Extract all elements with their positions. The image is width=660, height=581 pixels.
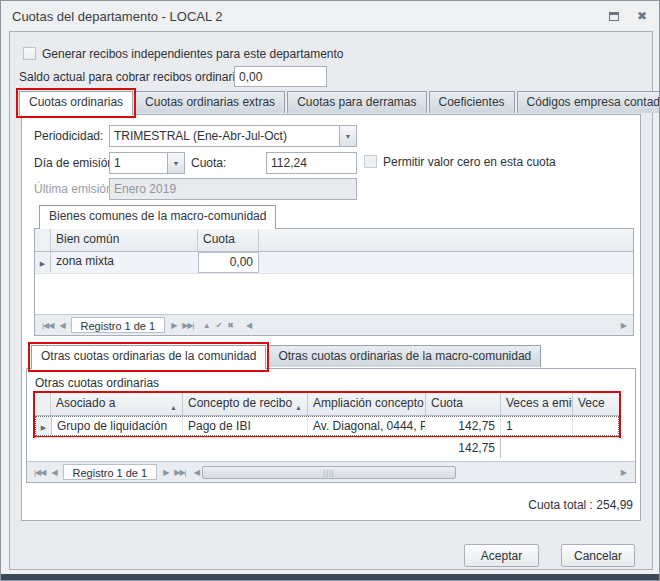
- scroll-left-icon[interactable]: ◀: [194, 468, 199, 477]
- nav-last-icon[interactable]: ▶▶|: [182, 321, 193, 330]
- row-indicator-header: [35, 393, 51, 415]
- bienes-comunes-panel: Bien común Cuota ▶ zona mixta 0,00 |◀◀ ◀…: [34, 228, 634, 336]
- scroll-right-icon[interactable]: ▶: [621, 468, 626, 477]
- bienes-comunes-tab-strip: Bienes comunes de la macro-comunidad: [39, 205, 278, 229]
- sort-asc-icon: ▲: [170, 400, 177, 415]
- column-header-label: Concepto de recibo: [188, 396, 292, 411]
- tab-cuotas-para-derramas[interactable]: Cuotas para derramas: [287, 91, 426, 113]
- otras-cuotas-section-label: Otras cuotas ordinarias: [35, 376, 159, 391]
- column-header-label: Veces a emitir: [506, 396, 573, 411]
- nav-first-icon[interactable]: |◀◀: [34, 468, 45, 477]
- restore-icon: [609, 12, 619, 21]
- column-header-cuota[interactable]: Cuota: [198, 229, 259, 251]
- main-tab-strip: Cuotas ordinarias Cuotas ordinarias extr…: [19, 91, 660, 115]
- tab-codigos-empresa-contadora[interactable]: Códigos empresa contadora: [517, 91, 660, 113]
- close-icon: ✖: [637, 9, 647, 23]
- row-marker-icon: ▶: [35, 252, 51, 272]
- scrollbar-thumb[interactable]: ||||: [202, 466, 456, 479]
- nav-edit-icon[interactable]: ▲: [203, 321, 210, 330]
- grip-icon: ||||: [323, 469, 334, 476]
- column-header-veces-clipped[interactable]: Vece: [573, 393, 619, 415]
- cancel-button[interactable]: Cancelar: [561, 544, 635, 567]
- generate-independent-checkbox[interactable]: [23, 47, 36, 60]
- record-position-label: Registro 1 de 1: [63, 464, 158, 480]
- title-bar: Cuotas del departamento - LOCAL 2 ✖: [1, 1, 660, 31]
- column-header-asociado-a[interactable]: Asociado a ▲: [51, 393, 183, 415]
- nav-first-icon[interactable]: |◀◀: [42, 321, 53, 330]
- dialog-window: Cuotas del departamento - LOCAL 2 ✖ Gene…: [0, 0, 660, 581]
- scroll-right-icon[interactable]: ▶: [621, 321, 626, 330]
- record-position-label: Registro 1 de 1: [71, 317, 166, 333]
- permitir-cero-label: Permitir valor cero en esta cuota: [383, 155, 556, 170]
- cell-veces-a-emitir[interactable]: 1: [501, 417, 573, 435]
- tab-bienes-comunes-macro[interactable]: Bienes comunes de la macro-comunidad: [39, 205, 276, 229]
- otras-cuotas-header-row: Asociado a ▲ Concepto de recibo ▲ Amplia…: [35, 393, 619, 416]
- tab-coeficientes[interactable]: Coeficientes: [429, 91, 515, 113]
- chevron-down-icon[interactable]: ▼: [339, 126, 356, 146]
- column-header-label: Cuota: [203, 232, 235, 247]
- scroll-left-icon[interactable]: ◀: [246, 321, 251, 330]
- otras-cuotas-pager: |◀◀ ◀ Registro 1 de 1 ▶ ▶▶| ◀ |||| ▶: [27, 461, 635, 482]
- cell-asociado-a[interactable]: Grupo de liquidación: [52, 417, 183, 435]
- dia-emision-combo[interactable]: 1 ▼: [109, 152, 185, 174]
- dia-emision-label: Día de emisión:: [34, 156, 117, 171]
- row-indicator-header: [35, 229, 51, 251]
- bienes-comunes-pager: |◀◀ ◀ Registro 1 de 1 ▶ ▶▶| ▲ ✔ ✖ ◀ ▶: [35, 314, 633, 335]
- table-row[interactable]: ▶ zona mixta 0,00: [35, 252, 633, 274]
- column-header-label: Asociado a: [56, 396, 115, 411]
- cell-cuota[interactable]: 142,75: [426, 417, 501, 435]
- column-header-ampliacion[interactable]: Ampliación concepto: [308, 393, 426, 415]
- cell-bien-comun[interactable]: zona mixta: [51, 252, 198, 272]
- column-header-cuota[interactable]: Cuota: [426, 393, 501, 415]
- table-row[interactable]: ▶ Grupo de liquidación Pago de IBI Av. D…: [35, 416, 619, 436]
- nav-cancel-icon[interactable]: ✖: [227, 321, 233, 330]
- close-button[interactable]: ✖: [633, 8, 651, 24]
- column-header-filler: [259, 229, 633, 251]
- cell-cuota[interactable]: 0,00: [198, 252, 259, 273]
- permitir-cero-checkbox[interactable]: [364, 155, 377, 168]
- nav-last-icon[interactable]: ▶▶|: [174, 468, 185, 477]
- saldo-input[interactable]: 0,00: [234, 66, 327, 87]
- periodicidad-combo[interactable]: TRIMESTRAL (Ene-Abr-Jul-Oct) ▼: [109, 125, 357, 147]
- tab-otras-cuotas-macro[interactable]: Otras cuotas ordinarias de la macro-comu…: [268, 345, 541, 367]
- column-header-bien-comun[interactable]: Bien común: [51, 229, 198, 251]
- otras-cuotas-grid: Asociado a ▲ Concepto de recibo ▲ Amplia…: [35, 393, 619, 436]
- restore-button[interactable]: [605, 8, 623, 24]
- horizontal-scrollbar[interactable]: ◀ |||| ▶: [191, 465, 629, 480]
- chevron-down-icon[interactable]: ▼: [167, 153, 184, 173]
- bienes-comunes-header-row: Bien común Cuota: [35, 229, 633, 252]
- column-header-label: Ampliación concepto: [313, 396, 424, 411]
- column-header-concepto[interactable]: Concepto de recibo ▲: [183, 393, 308, 415]
- nav-next-icon[interactable]: ▶: [171, 321, 176, 330]
- column-header-label: Bien común: [56, 232, 119, 247]
- cuota-total-label: Cuota total : 254,99: [333, 498, 633, 513]
- periodicidad-label: Periodicidad:: [34, 129, 103, 144]
- tab-cuotas-ordinarias-extras[interactable]: Cuotas ordinarias extras: [135, 91, 285, 113]
- nav-next-icon[interactable]: ▶: [163, 468, 168, 477]
- summary-row: 142,75: [35, 437, 619, 458]
- otras-cuotas-tab-strip: Otras cuotas ordinarias de la comunidad …: [31, 345, 543, 369]
- nav-post-icon[interactable]: ✔: [216, 321, 222, 330]
- ultima-emision-field: Enero 2019: [109, 178, 357, 200]
- saldo-label: Saldo actual para cobrar recibos ordinar…: [19, 70, 251, 85]
- window-bottom-strip: [1, 574, 660, 580]
- accept-button[interactable]: Aceptar: [464, 544, 539, 567]
- cell-veces-clipped: [573, 417, 618, 435]
- cuota-label: Cuota:: [191, 156, 226, 171]
- tab-otras-cuotas-comunidad[interactable]: Otras cuotas ordinarias de la comunidad: [31, 345, 266, 369]
- column-header-label: Cuota: [431, 396, 463, 411]
- cuota-input[interactable]: 112,24: [266, 152, 357, 174]
- dialog-title: Cuotas del departamento - LOCAL 2: [12, 9, 223, 24]
- nav-prev-icon[interactable]: ◀: [59, 321, 64, 330]
- tab-cuotas-ordinarias[interactable]: Cuotas ordinarias: [19, 91, 133, 115]
- summary-spacer: [35, 438, 426, 458]
- cell-ampliacion[interactable]: Av. Diagonal, 0444, PBJ02: [308, 417, 426, 435]
- sort-asc-icon: ▲: [295, 400, 302, 415]
- column-header-label: Vece: [578, 396, 605, 411]
- nav-prev-icon[interactable]: ◀: [51, 468, 56, 477]
- dia-emision-value: 1: [110, 153, 167, 173]
- otras-cuotas-panel: Otras cuotas ordinarias Asociado a ▲ Con…: [26, 368, 636, 483]
- cell-concepto[interactable]: Pago de IBI: [183, 417, 308, 435]
- column-header-veces-a-emitir[interactable]: Veces a emitir: [501, 393, 573, 415]
- periodicidad-value: TRIMESTRAL (Ene-Abr-Jul-Oct): [110, 126, 339, 146]
